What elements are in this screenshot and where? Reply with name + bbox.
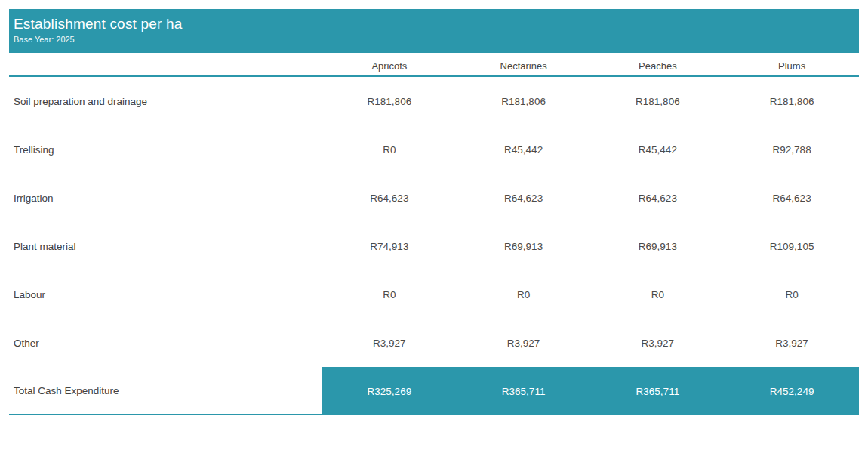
value-cell: R64,623: [725, 193, 859, 204]
value-cell: R3,927: [725, 337, 859, 349]
total-row: Total Cash Expenditure R325,269 R365,711…: [9, 367, 859, 415]
table-row: Other R3,927 R3,927 R3,927 R3,927: [9, 319, 859, 367]
value-cell: R0: [725, 289, 859, 300]
value-cell: R3,927: [457, 337, 591, 349]
value-cell: R45,442: [591, 144, 725, 156]
total-row-label: Total Cash Expenditure: [9, 367, 322, 415]
value-cell: R0: [322, 144, 457, 156]
total-value-cell: R365,711: [457, 367, 591, 415]
table-row: Soil preparation and drainage R181,806 R…: [9, 77, 859, 125]
row-label: Irrigation: [9, 193, 322, 204]
table-row: Plant material R74,913 R69,913 R69,913 R…: [9, 222, 859, 270]
total-value-cell: R452,249: [725, 367, 859, 415]
value-cell: R64,623: [591, 193, 725, 204]
dashboard: Establishment cost per ha Base Year: 202…: [0, 0, 868, 453]
table-row: Trellising R0 R45,442 R45,442 R92,788: [9, 125, 859, 174]
table-header-row: Apricots Nectarines Peaches Plums: [9, 53, 859, 77]
value-cell: R45,442: [457, 144, 591, 156]
row-label: Trellising: [9, 144, 322, 156]
page-subtitle: Base Year: 2025: [14, 34, 851, 45]
total-value-cell: R365,711: [591, 367, 725, 415]
row-label: Labour: [9, 289, 322, 300]
column-header-peaches: Peaches: [591, 57, 725, 72]
column-header-apricots: Apricots: [322, 57, 457, 72]
page-title: Establishment cost per ha: [14, 15, 851, 33]
report-container: Establishment cost per ha Base Year: 202…: [9, 9, 859, 415]
value-cell: R181,806: [322, 96, 457, 107]
value-cell: R0: [322, 289, 457, 300]
cost-table: Apricots Nectarines Peaches Plums Soil p…: [9, 53, 859, 415]
value-cell: R3,927: [322, 337, 457, 349]
value-cell: R181,806: [725, 96, 859, 107]
value-cell: R69,913: [591, 241, 725, 252]
column-header-plums: Plums: [725, 57, 859, 72]
row-label: Other: [9, 337, 322, 349]
value-cell: R92,788: [725, 144, 859, 156]
value-cell: R64,623: [322, 193, 457, 204]
value-cell: R109,105: [725, 241, 859, 252]
table-row: Irrigation R64,623 R64,623 R64,623 R64,6…: [9, 174, 859, 222]
value-cell: R0: [591, 289, 725, 300]
value-cell: R74,913: [322, 241, 457, 252]
value-cell: R64,623: [457, 193, 591, 204]
row-label: Plant material: [9, 241, 322, 252]
value-cell: R69,913: [457, 241, 591, 252]
value-cell: R181,806: [591, 96, 725, 107]
value-cell: R3,927: [591, 337, 725, 349]
row-label: Soil preparation and drainage: [9, 96, 322, 107]
value-cell: R0: [457, 289, 591, 300]
value-cell: R181,806: [457, 96, 591, 107]
title-band: Establishment cost per ha Base Year: 202…: [9, 9, 859, 53]
total-value-cell: R325,269: [322, 367, 457, 415]
table-row: Labour R0 R0 R0 R0: [9, 270, 859, 319]
column-header-nectarines: Nectarines: [457, 57, 591, 72]
